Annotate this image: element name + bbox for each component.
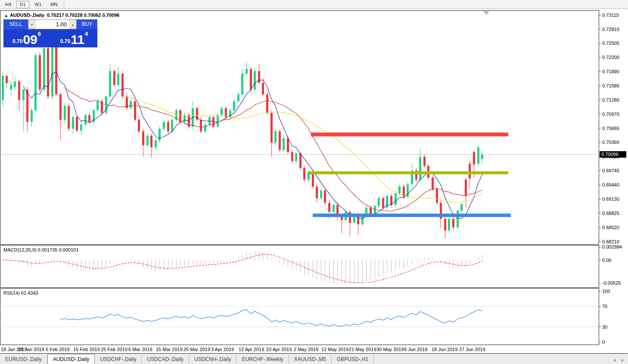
timeframe-button-h4[interactable]: H4 xyxy=(2,1,15,8)
buy-price-panel[interactable]: 0.70 11 4 xyxy=(51,30,97,47)
timeframe-button-mn[interactable]: MN xyxy=(47,1,61,8)
macd-indicator-label: MACD(12,26,9) 0.001735 0.000101 xyxy=(3,247,78,252)
chart-tab-eurusd-daily[interactable]: EURUSD-,Daily xyxy=(0,355,47,364)
date-label: 15 Feb 2019 xyxy=(73,347,100,352)
rsi-tick: 30 xyxy=(599,324,607,330)
resistance-line[interactable] xyxy=(311,133,508,137)
price-tick: 0.68520 xyxy=(599,225,619,230)
chart-tab-xauusd-m5[interactable]: XAUUSD-,M5 xyxy=(289,355,332,364)
chart-tab-audusd-daily[interactable]: AUDUSD-,Daily xyxy=(47,354,95,364)
tab-scroll-right-icon[interactable]: ► xyxy=(621,358,625,362)
price-tick: 0.73115 xyxy=(599,12,619,18)
symbol-title: AUDUSD-,Daily xyxy=(10,12,44,18)
timeframe-toolbar: H4D1W1MN xyxy=(0,0,628,9)
rsi-tick: 0 xyxy=(599,339,605,345)
price-tick: 0.69130 xyxy=(599,196,619,202)
buy-price-big: 11 xyxy=(71,33,84,46)
sell-price-panel[interactable]: 0.70 09 6 xyxy=(3,30,50,47)
macd-histogram xyxy=(3,251,482,285)
sell-price-prefix: 0.70 xyxy=(12,38,22,44)
chart-tab-usdcad-daily[interactable]: USDCAD-,Daily xyxy=(142,355,189,364)
chart-tab-gbpusd-h1[interactable]: GBPUSD-,H1 xyxy=(332,355,374,364)
rsi-tick: 100 xyxy=(599,289,610,294)
sell-button[interactable]: SELL xyxy=(3,19,28,29)
volume-decrease-button[interactable]: ▼ xyxy=(28,20,35,29)
date-axis[interactable]: 18 Jan 201928 Jan 20196 Feb 201915 Feb 2… xyxy=(0,346,599,353)
price-tick: 0.69745 xyxy=(599,168,619,173)
timeframe-button-w1[interactable]: W1 xyxy=(31,1,45,8)
date-label: 23 Apr 2019 xyxy=(266,347,292,352)
date-label: 2 May 2019 xyxy=(294,347,318,352)
macd-tick: 0.002984 xyxy=(599,244,622,249)
date-label: 30 May 2019 xyxy=(376,347,404,352)
date-label: 18 Jun 2019 xyxy=(432,347,458,352)
chart-window[interactable]: ▲AUDUSD-,Daily0.70217 0.70228 0.70062 0.… xyxy=(0,9,628,353)
price-tick: 0.71280 xyxy=(599,97,619,103)
buy-price-pip: 4 xyxy=(85,31,88,37)
rsi-pane[interactable] xyxy=(0,289,599,345)
lower-support-line[interactable] xyxy=(313,214,511,217)
rsi-tick: 70 xyxy=(599,304,607,309)
date-label: 15 Mar 2019 xyxy=(156,347,183,352)
tab-scroll-buttons: ◄ ► xyxy=(612,358,628,364)
sell-price-big: 09 xyxy=(23,33,37,46)
candlesticks xyxy=(2,39,484,239)
date-label: 6 Mar 2019 xyxy=(128,347,152,352)
price-tick: 0.71890 xyxy=(599,69,619,74)
date-label: 12 Apr 2019 xyxy=(239,347,264,352)
date-label: 21 May 2019 xyxy=(349,347,376,352)
chart-title: ▲AUDUSD-,Daily0.70217 0.70228 0.70062 0.… xyxy=(4,12,119,18)
chart-tab-usdchf-daily[interactable]: USDCHF-,Daily xyxy=(95,355,142,364)
one-click-trade-widget: SELL ▼ ▲ BUY 0.70 09 6 0.70 11 4 xyxy=(3,19,97,47)
price-axis[interactable]: 0.731150.728100.725050.722000.718900.715… xyxy=(599,10,628,345)
price-tick: 0.70665 xyxy=(599,126,619,131)
current-price-badge: 0.70096 xyxy=(600,151,626,158)
sell-price-pip: 6 xyxy=(38,31,41,37)
tab-scroll-left-icon[interactable]: ◄ xyxy=(612,358,616,362)
pane-divider[interactable] xyxy=(0,244,628,246)
macd-pane[interactable] xyxy=(0,246,599,287)
rsi-line xyxy=(60,310,482,327)
date-label: 27 Jun 2019 xyxy=(459,347,485,352)
date-label: 3 Apr 2019 xyxy=(211,347,234,352)
timeframe-button-d1[interactable]: D1 xyxy=(16,1,29,8)
date-label: 9 Jun 2019 xyxy=(404,347,427,352)
toolbar-separator xyxy=(64,1,64,8)
date-label: 12 May 2019 xyxy=(321,347,349,352)
chart-tab-usdcnh-daily[interactable]: USDCNH-,Daily xyxy=(189,355,236,364)
mid-support-line[interactable] xyxy=(309,171,508,174)
macd-tick: 0.00 xyxy=(599,258,611,263)
date-label: 25 Mar 2019 xyxy=(183,347,210,352)
price-tick: 0.71585 xyxy=(599,83,619,88)
chart-tab-eurchf-weekly[interactable]: EURCHF-,Weekly xyxy=(236,355,289,364)
price-tick: 0.72505 xyxy=(599,40,619,46)
price-tick: 0.69440 xyxy=(599,182,619,187)
volume-increase-button[interactable]: ▲ xyxy=(69,20,76,29)
price-tick: 0.68825 xyxy=(599,211,619,216)
ma-fast-line xyxy=(23,72,482,219)
macd-tick: -0.00525 xyxy=(599,280,621,286)
rsi-indicator-label: RSI(14) 61.4343 xyxy=(3,290,38,296)
volume-input[interactable] xyxy=(35,20,69,29)
price-tick: 0.70970 xyxy=(599,112,619,117)
price-tick: 0.72200 xyxy=(599,55,619,60)
date-label: 25 Feb 2019 xyxy=(101,347,127,352)
volume-stepper: ▼ ▲ xyxy=(28,19,77,29)
ohlc-values: 0.70217 0.70228 0.70062 0.70096 xyxy=(47,12,119,18)
buy-price-prefix: 0.70 xyxy=(60,38,70,44)
price-tick: 0.70360 xyxy=(599,140,619,145)
price-tick: 0.72810 xyxy=(599,27,619,32)
pane-divider[interactable] xyxy=(0,287,628,289)
chart-tab-bar: EURUSD-,DailyAUDUSD-,DailyUSDCHF-,DailyU… xyxy=(0,353,628,364)
price-tick: 0.68210 xyxy=(599,239,619,244)
buy-button[interactable]: BUY xyxy=(77,19,97,29)
date-label: 6 Feb 2019 xyxy=(46,347,70,352)
collapse-arrow-icon[interactable]: ▲ xyxy=(4,13,8,18)
chart-border-bottom xyxy=(0,345,628,345)
date-label: 28 Jan 2019 xyxy=(18,347,44,352)
ma-medium-line xyxy=(65,87,482,211)
